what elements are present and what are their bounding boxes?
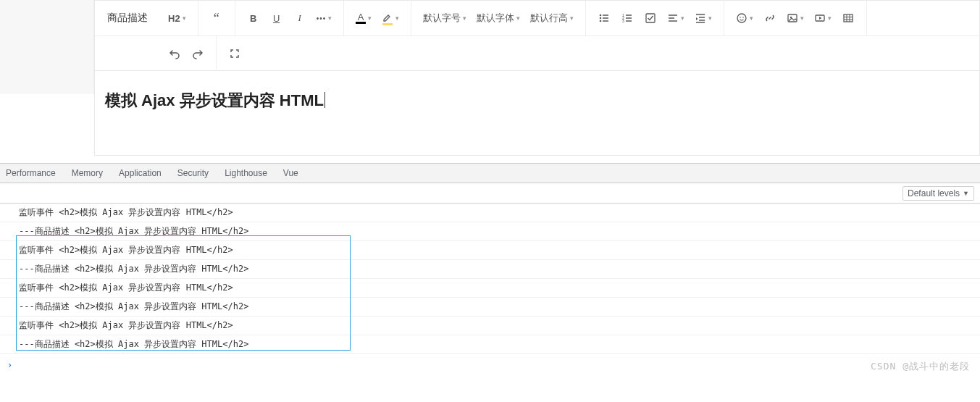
devtools-tab-lighthouse[interactable]: Lighthouse [225,168,267,178]
svg-rect-13 [844,14,853,22]
highlighter-icon [382,12,393,23]
svg-point-7 [737,14,746,22]
editor-field-label: 商品描述 [95,12,156,25]
content-heading: 模拟 Ajax 异步设置内容 HTML [105,91,324,109]
console-log-line: ---商品描述 <h2>模拟 Ajax 异步设置内容 HTML</h2> [0,260,980,279]
svg-point-8 [740,17,741,18]
console-log-line: 监听事件 <h2>模拟 Ajax 异步设置内容 HTML</h2> [0,279,980,298]
devtools-tab-performance[interactable]: Performance [6,168,56,178]
console-log-line: 监听事件 <h2>模拟 Ajax 异步设置内容 HTML</h2> [0,317,980,335]
list-ul-icon [598,12,610,24]
console-log-line: 监听事件 <h2>模拟 Ajax 异步设置内容 HTML</h2> [0,204,980,222]
emoji-icon [736,12,747,24]
svg-text:3: 3 [622,19,624,23]
svg-point-0 [600,14,602,17]
image-icon [787,12,798,24]
undo-icon [169,48,180,59]
fullscreen-button[interactable] [224,43,246,64]
font-size-selector[interactable]: 默认字号▾ [419,7,471,29]
link-button[interactable] [759,7,781,29]
checkbox-icon [645,12,656,24]
heading-selector[interactable]: H2▾ [164,7,190,29]
redo-icon [192,48,204,59]
table-button[interactable] [837,7,859,29]
sidebar-placeholder [0,0,94,94]
svg-point-2 [600,20,602,22]
italic-button[interactable]: I [289,7,311,29]
svg-point-9 [742,17,744,18]
editor-toolbar: 商品描述 H2▾ “ B U I [95,0,980,71]
text-cursor [324,92,325,108]
underline-button[interactable]: U [266,7,288,29]
blockquote-button[interactable]: “ [206,7,227,29]
console-log-line: 监听事件 <h2>模拟 Ajax 异步设置内容 HTML</h2> [0,241,980,260]
svg-point-1 [600,17,602,20]
link-icon [764,12,776,24]
console-log-line: ---商品描述 <h2>模拟 Ajax 异步设置内容 HTML</h2> [0,222,980,241]
bold-button[interactable]: B [243,7,264,29]
svg-rect-6 [646,14,655,22]
devtools-tab-bar: Performance Memory Application Security … [0,163,980,183]
bg-color-button[interactable]: ▾ [377,7,403,29]
emoji-button[interactable]: ▾ [732,7,758,29]
indent-button[interactable]: ▾ [690,7,716,29]
console-prompt-icon[interactable]: › [7,360,12,370]
align-left-icon [667,12,679,24]
video-icon [814,12,826,24]
undo-button[interactable] [164,43,185,64]
console-output: 监听事件 <h2>模拟 Ajax 异步设置内容 HTML</h2>---商品描述… [0,204,980,376]
text-color-button[interactable]: A ▾ [351,7,376,29]
fullscreen-icon [229,48,240,59]
more-inline-button[interactable]: •••▾ [312,7,337,29]
table-icon [842,12,854,24]
redo-button[interactable] [187,43,209,64]
rich-text-editor: 商品描述 H2▾ “ B U I [94,0,980,156]
log-levels-selector[interactable]: Default levels▼ [902,186,974,201]
console-log-line: ---商品描述 <h2>模拟 Ajax 异步设置内容 HTML</h2> [0,335,980,354]
list-ol-icon: 123 [621,12,633,24]
todo-list-button[interactable] [640,7,661,29]
devtools-tab-vue[interactable]: Vue [283,168,298,178]
unordered-list-button[interactable] [593,7,615,29]
font-family-selector[interactable]: 默认字体▾ [472,7,524,29]
ordered-list-button[interactable]: 123 [616,7,638,29]
console-log-line: ---商品描述 <h2>模拟 Ajax 异步设置内容 HTML</h2> [0,298,980,317]
indent-icon [695,12,706,24]
console-toolbar: Default levels▼ [0,183,980,204]
video-button[interactable]: ▾ [810,7,836,29]
editor-content[interactable]: 模拟 Ajax 异步设置内容 HTML [95,71,980,156]
align-button[interactable]: ▾ [663,7,689,29]
line-height-selector[interactable]: 默认行高▾ [526,7,578,29]
devtools-tab-application[interactable]: Application [119,168,162,178]
watermark: CSDN @战斗中的老段 [871,360,970,373]
devtools-tab-memory[interactable]: Memory [72,168,103,178]
image-button[interactable]: ▾ [782,7,808,29]
devtools-tab-security[interactable]: Security [177,168,209,178]
